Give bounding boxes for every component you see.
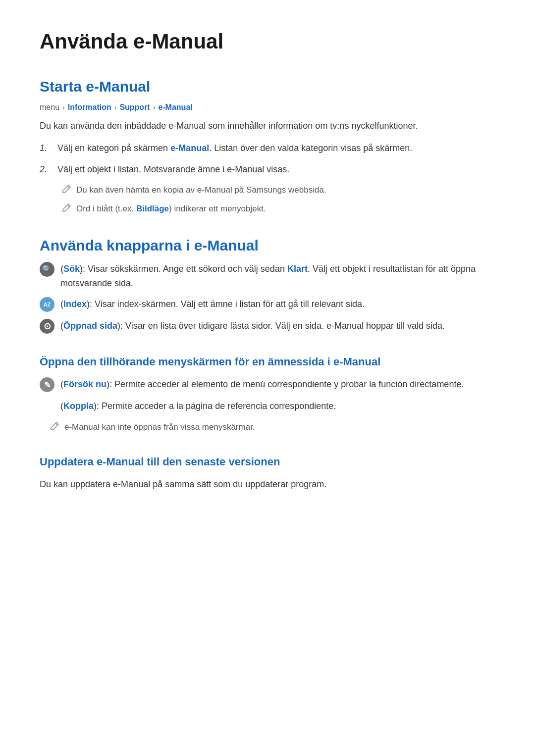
section-anvanda-knappar: Använda knapparna i e-Manual 🔍 (Sök): Vi… xyxy=(40,237,495,334)
starta-bullets: Du kan även hämta en kopia av e-Manual p… xyxy=(61,183,495,215)
step-1-num: 1. xyxy=(40,141,51,155)
section-starta-intro: Du kan använda den inbäddade e-Manual so… xyxy=(40,119,495,133)
section-title-starta: Starta e-Manual xyxy=(40,78,495,95)
pencil-icon-1 xyxy=(61,184,71,194)
breadcrumb-support: Support xyxy=(119,103,150,112)
oppna-row-forsok: ✎ (Försök nu): Permite acceder al elemen… xyxy=(40,377,495,392)
pencil-icon-2 xyxy=(61,203,71,213)
index-text: (Index): Visar index-skärmen. Välj ett ä… xyxy=(60,297,365,311)
oppna-bullet-1: e-Manual kan inte öppnas från vissa meny… xyxy=(50,420,495,434)
section-title-uppdatera: Uppdatera e-Manual till den senaste vers… xyxy=(40,455,495,468)
step-1-link: e-Manual xyxy=(170,143,209,153)
koppla-text: (Koppla): Permite acceder a la página de… xyxy=(60,399,336,413)
forsok-icon: ✎ xyxy=(40,377,54,392)
section-starta: Starta e-Manual menu › Information › Sup… xyxy=(40,78,495,215)
oppna-indent-koppla: (Koppla): Permite acceder a la página de… xyxy=(60,399,495,413)
knappar-row-history: ⊙ (Öppnad sida): Visar en lista över tid… xyxy=(40,319,495,334)
knappar-row-index: AZ (Index): Visar index-skärmen. Välj et… xyxy=(40,297,495,312)
bullet-2-text: Ord i blått (t.ex. Bildläge) indikerar e… xyxy=(76,202,266,215)
step-2-text: Välj ett objekt i listan. Motsvarande äm… xyxy=(57,162,289,177)
section-uppdatera: Uppdatera e-Manual till den senaste vers… xyxy=(40,455,495,492)
bildlage-link: Bildläge xyxy=(136,204,169,213)
knappar-row-sok: 🔍 (Sök): Visar sökskärmen. Ange ett söko… xyxy=(40,262,495,291)
history-text: (Öppnad sida): Visar en lista över tidig… xyxy=(60,319,445,333)
bullet-1: Du kan även hämta en kopia av e-Manual p… xyxy=(61,183,495,197)
forsok-text: (Försök nu): Permite acceder al elemento… xyxy=(60,377,464,392)
index-icon: AZ xyxy=(40,297,54,312)
breadcrumb-sep-2: › xyxy=(114,103,117,111)
breadcrumb-sep-1: › xyxy=(62,103,65,111)
step-2: 2. Välj ett objekt i listan. Motsvarande… xyxy=(40,162,495,177)
step-1: 1. Välj en kategori på skärmen e-Manual.… xyxy=(40,141,495,155)
starta-steps: 1. Välj en kategori på skärmen e-Manual.… xyxy=(40,141,495,177)
pencil-icon-3 xyxy=(50,421,59,431)
bullet-2: Ord i blått (t.ex. Bildläge) indikerar e… xyxy=(61,202,495,215)
section-title-oppna: Öppna den tillhörande menyskärmen för en… xyxy=(40,355,495,368)
breadcrumb: menu › Information › Support › e-Manual xyxy=(40,103,495,112)
page-title: Använda e-Manual xyxy=(40,30,495,53)
uppdatera-intro: Du kan uppdatera e-Manual på samma sätt … xyxy=(40,477,495,492)
oppna-bullet-1-text: e-Manual kan inte öppnas från vissa meny… xyxy=(64,420,255,434)
sok-icon: 🔍 xyxy=(40,262,54,277)
sok-text: (Sök): Visar sökskärmen. Ange ett sökord… xyxy=(60,262,495,291)
section-title-knappar: Använda knapparna i e-Manual xyxy=(40,237,495,254)
breadcrumb-menu: menu xyxy=(40,103,59,112)
step-2-num: 2. xyxy=(40,162,51,177)
breadcrumb-emanual: e-Manual xyxy=(158,103,192,112)
history-icon: ⊙ xyxy=(40,319,54,334)
section-oppna: Öppna den tillhörande menyskärmen för en… xyxy=(40,355,495,434)
breadcrumb-sep-3: › xyxy=(153,103,156,111)
bullet-1-text: Du kan även hämta en kopia av e-Manual p… xyxy=(76,183,326,197)
oppna-bullets: e-Manual kan inte öppnas från vissa meny… xyxy=(50,420,495,434)
breadcrumb-information: Information xyxy=(68,103,111,112)
step-1-text: Välj en kategori på skärmen e-Manual. Li… xyxy=(57,141,412,155)
